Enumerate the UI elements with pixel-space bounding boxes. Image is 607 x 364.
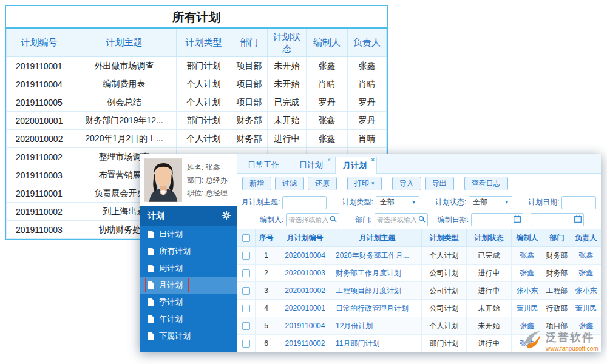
- plan-status-cell: 进行中: [467, 265, 512, 282]
- plan-code-link[interactable]: 2020010003: [277, 265, 333, 282]
- status-filter-label: 计划状态:: [435, 197, 466, 207]
- column-header: 计划类型: [177, 29, 231, 57]
- sidebar-item[interactable]: 周计划: [140, 260, 237, 277]
- plan-code-link[interactable]: 2020010002: [277, 282, 333, 300]
- plan-subject-link[interactable]: 11月部门计划: [333, 335, 422, 352]
- sidebar-item[interactable]: 下属计划: [140, 328, 237, 345]
- restore-button[interactable]: 还原: [308, 177, 337, 190]
- owner-link[interactable]: 张小东: [571, 282, 602, 300]
- plan-code-link[interactable]: 2020010001: [277, 300, 333, 317]
- row-checkbox[interactable]: [242, 269, 250, 277]
- plan-subject-link[interactable]: 2020年财务部工作月...: [333, 247, 422, 265]
- subject-filter-input[interactable]: [282, 196, 326, 209]
- table-row[interactable]: 2019110005 例会总结 个人计划 项目部 已完成 罗丹 罗丹: [7, 93, 387, 112]
- row-number: 2: [256, 265, 277, 282]
- row-checkbox[interactable]: [242, 340, 250, 348]
- plan-code-link[interactable]: 2019110004: [277, 317, 333, 335]
- owner-cell: 罗丹: [348, 93, 387, 112]
- plan-subject-link[interactable]: 工程项目部月度计划: [333, 282, 422, 300]
- owner-link[interactable]: 张鑫: [571, 265, 602, 282]
- sidebar-item[interactable]: 日计划: [140, 226, 237, 243]
- profile-title: 职位: 总经理: [187, 187, 228, 200]
- search-icon[interactable]: [418, 215, 426, 224]
- export-button[interactable]: 导出: [425, 177, 454, 190]
- owner-link[interactable]: 董川民: [571, 300, 602, 317]
- sidebar-item[interactable]: 月计划: [140, 277, 237, 294]
- search-icon[interactable]: [330, 215, 337, 224]
- tab[interactable]: 月计划 ×: [335, 157, 377, 174]
- plan-subject-link[interactable]: 日常的行政管理月计划: [333, 300, 422, 317]
- plan-status-select[interactable]: 全部 ▾: [469, 196, 512, 209]
- calendar-icon[interactable]: [514, 215, 521, 224]
- plan-subject-link[interactable]: 12月份计划: [333, 317, 422, 335]
- column-header: 月计划主题: [333, 229, 422, 247]
- sidebar-item[interactable]: 所有计划: [140, 243, 237, 260]
- sidebar-item[interactable]: 年计划: [140, 311, 237, 328]
- plan-row[interactable]: 4 2020010001 日常的行政管理月计划 公司计划 未开始 董川民 行政部…: [237, 300, 602, 317]
- table-row[interactable]: 2020010002 2020年1月2日的工... 个人计划 财务部 进行中 张…: [7, 130, 387, 148]
- column-header: 序号: [256, 229, 277, 247]
- row-checkbox[interactable]: [242, 252, 250, 260]
- row-checkbox[interactable]: [242, 287, 250, 295]
- plan-code-cell: 2019110002: [7, 203, 72, 221]
- table-row[interactable]: 2019110001 外出做市场调查 部门计划 项目部 未开始 张鑫 张鑫: [7, 57, 387, 75]
- profile-name: 姓名: 张鑫: [187, 161, 228, 174]
- chevron-down-icon: ▾: [506, 200, 509, 205]
- dept-filter-input[interactable]: [375, 213, 428, 226]
- compiler-link[interactable]: 张鑫: [512, 247, 543, 265]
- status-cell: 进行中: [268, 130, 307, 148]
- plan-row[interactable]: 3 2020010002 工程项目部月度计划 公司计划 进行中 张小东 工程部 …: [237, 282, 602, 300]
- compiler-link[interactable]: 张鑫: [512, 265, 543, 282]
- monthly-plan-window: 姓名: 张鑫 部门: 总经办 职位: 总经理 计划: [140, 154, 601, 352]
- plan-doc-icon: [148, 281, 154, 289]
- print-button[interactable]: 打印 ▾: [347, 177, 382, 190]
- row-checkbox[interactable]: [242, 305, 250, 312]
- subject-filter-label: 月计划主题:: [242, 197, 280, 207]
- sidebar-item[interactable]: 季计划: [140, 294, 237, 311]
- fanpu-logo-url: www.fanpusoft.com: [546, 345, 599, 352]
- add-button[interactable]: 新增: [242, 177, 271, 190]
- close-icon[interactable]: ×: [327, 157, 331, 163]
- owner-cell: 罗丹: [348, 112, 387, 130]
- row-checkbox[interactable]: [242, 322, 250, 330]
- filter-row-2: 编制人: 部门: 编制日期: -: [237, 211, 601, 229]
- status-cell: 未开始: [268, 112, 307, 130]
- plan-subject-link[interactable]: 财务部工作月度计划: [333, 265, 422, 282]
- owner-link[interactable]: 张鑫: [571, 247, 602, 265]
- filter-button[interactable]: 过滤: [275, 177, 304, 190]
- table-row[interactable]: 2019110004 编制费用表 个人计划 项目部 未开始 肖晴 肖晴: [7, 75, 387, 93]
- row-number: 6: [256, 335, 277, 352]
- plan-status-cell: 未开始: [467, 317, 512, 335]
- compiler-cell: 罗丹: [307, 93, 348, 112]
- import-button[interactable]: 导入: [392, 177, 421, 190]
- compile-date-end-input[interactable]: [531, 213, 584, 226]
- compiler-link[interactable]: 张小东: [512, 282, 543, 300]
- compiler-link[interactable]: 董川民: [512, 300, 543, 317]
- gear-icon[interactable]: [222, 211, 231, 221]
- plan-code-link[interactable]: 2019110002: [277, 335, 333, 352]
- plan-date-filter-label: 计划日期:: [528, 197, 559, 207]
- plan-date-input[interactable]: [561, 196, 596, 209]
- compiler-filter-input[interactable]: [286, 213, 339, 226]
- close-icon[interactable]: ×: [371, 157, 375, 163]
- calendar-icon[interactable]: [574, 215, 582, 224]
- table-row[interactable]: 2020010001 财务部门2019年12... 部门计划 财务部 未开始 张…: [7, 112, 387, 130]
- compile-date-start-input[interactable]: [471, 213, 523, 226]
- plan-row[interactable]: 1 2020010004 2020年财务部工作月... 个人计划 已完成 张鑫 …: [237, 247, 602, 265]
- sidebar-section-plan[interactable]: 计划: [140, 206, 237, 226]
- view-log-button[interactable]: 查看日志: [464, 177, 508, 190]
- column-header: 编制人: [307, 29, 348, 57]
- tab[interactable]: 日常工作 ×: [240, 157, 290, 173]
- plan-type-select[interactable]: 全部 ▾: [376, 196, 419, 209]
- tab-label: 日常工作: [248, 160, 279, 170]
- plan-row[interactable]: 2 2020010003 财务部工作月度计划 公司计划 进行中 张鑫 财务部 张…: [237, 265, 602, 282]
- plan-code-link[interactable]: 2020010004: [277, 247, 333, 265]
- tab[interactable]: 日计划 ×: [291, 157, 333, 173]
- avatar: [144, 158, 182, 202]
- section-label: 计划: [148, 211, 164, 221]
- owner-cell: 肖晴: [348, 75, 387, 93]
- row-number: 1: [256, 247, 277, 265]
- column-header: 负责人: [348, 29, 387, 57]
- select-all-checkbox[interactable]: [242, 234, 250, 242]
- row-number: 4: [256, 300, 277, 317]
